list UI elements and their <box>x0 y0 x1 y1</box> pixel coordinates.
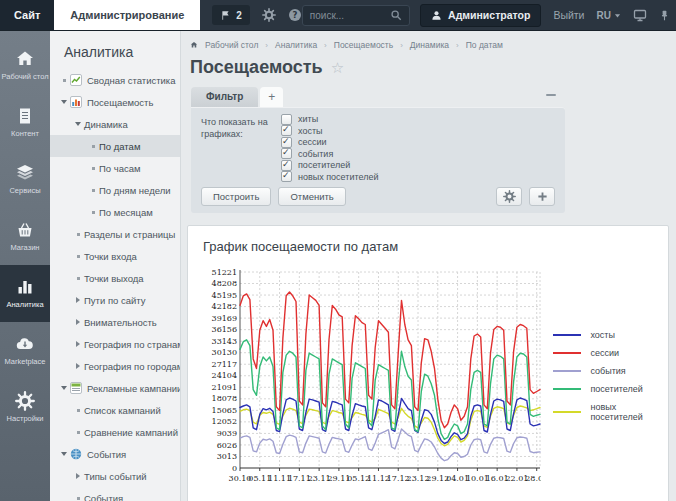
menu-item-campaign-list[interactable]: Список кампаний <box>50 399 180 421</box>
rail-item-desktop[interactable]: Рабочий стол <box>0 37 50 94</box>
add-filter-field-button[interactable] <box>529 187 555 206</box>
legend-item-sessions: сессии <box>553 348 668 358</box>
search-input[interactable]: поиск... <box>302 5 410 26</box>
layers-icon <box>15 163 35 183</box>
legend-swatch <box>553 334 581 336</box>
rail-item-shop[interactable]: Магазин <box>0 208 50 265</box>
menu-item-summary-stats[interactable]: Сводная статистика <box>50 69 180 91</box>
rail-item-services[interactable]: Сервисы <box>0 151 50 208</box>
breadcrumb-separator: › <box>324 41 327 50</box>
legend-swatch <box>553 370 581 372</box>
checkbox-events[interactable] <box>281 148 292 159</box>
bullet-icon <box>72 277 84 280</box>
svg-text:27117: 27117 <box>212 360 237 369</box>
menu-item-label: Точки выхода <box>84 273 144 284</box>
menu-item-label: Список кампаний <box>84 405 161 416</box>
help-icon[interactable]: ? <box>288 8 302 22</box>
checkbox-new-visitors[interactable] <box>281 171 292 182</box>
favorite-star-icon[interactable]: ☆ <box>331 59 344 77</box>
filter-tab[interactable]: Фильтр <box>191 87 258 107</box>
plus-icon <box>537 191 548 202</box>
cloud-icon <box>15 334 35 354</box>
menu-item-by-months[interactable]: По месяцам <box>50 201 180 223</box>
admin-window: Сайт Администрирование 2 ? поиск... Адми… <box>0 0 676 501</box>
menu-item-label: События <box>87 449 126 460</box>
admin-tab[interactable]: Администрирование <box>54 0 200 30</box>
menu-item-events-group[interactable]: События <box>50 443 180 465</box>
menu-item-ad-campaigns[interactable]: Рекламные кампании <box>50 377 180 399</box>
checkbox-row-visitors[interactable]: посетителей <box>281 160 378 171</box>
breadcrumb-item[interactable]: Рабочий стол <box>205 40 258 50</box>
chevron-right-icon <box>72 297 84 303</box>
checkbox-hosts[interactable] <box>281 125 292 136</box>
legend-item-visitors: посетителей <box>553 384 668 394</box>
breadcrumb-item[interactable]: Посещаемость <box>334 40 393 50</box>
checkbox-sessions[interactable] <box>281 137 292 148</box>
analytics-menu: Аналитика Сводная статистикаПосещаемость… <box>50 31 181 501</box>
rail-item-label: Настройки <box>7 414 44 423</box>
menu-item-label: Сводная статистика <box>87 75 176 86</box>
checkbox-row-events[interactable]: события <box>281 149 378 160</box>
menu-item-label: События <box>84 493 123 501</box>
breadcrumb-item[interactable]: По датам <box>466 40 503 50</box>
breadcrumb-item[interactable]: Динамика <box>410 40 449 50</box>
menu-item-by-weekdays[interactable]: По дням недели <box>50 179 180 201</box>
notifications-button[interactable]: 2 <box>212 5 250 25</box>
build-button[interactable]: Построить <box>201 187 271 206</box>
rail-item-settings[interactable]: Настройки <box>0 379 50 436</box>
rail-item-label: Контент <box>11 129 39 138</box>
bullet-icon <box>58 79 70 82</box>
gear-icon[interactable] <box>262 8 276 22</box>
language-selector[interactable]: RU <box>596 10 620 21</box>
checkbox-row-new-visitors[interactable]: новых посетителей <box>281 172 378 183</box>
menu-item-by-hours[interactable]: По часам <box>50 157 180 179</box>
title-row: Посещаемость ☆ <box>190 57 669 78</box>
collapse-filter-button[interactable] <box>543 91 559 99</box>
bullet-icon <box>87 145 99 148</box>
menu-item-geo-countries[interactable]: География по странам <box>50 333 180 355</box>
add-filter-tab[interactable]: + <box>260 87 283 107</box>
checkbox-hits[interactable] <box>281 114 292 125</box>
bullet-icon <box>72 255 84 258</box>
menu-item-sections-pages[interactable]: Разделы и страницы <box>50 223 180 245</box>
menu-item-by-dates[interactable]: По датам <box>50 135 180 157</box>
filter-settings-button[interactable] <box>496 187 522 206</box>
menu-item-events[interactable]: События <box>50 487 180 501</box>
menu-item-exit-points[interactable]: Точки выхода <box>50 267 180 289</box>
menu-item-geo-cities[interactable]: География по городам <box>50 355 180 377</box>
breadcrumb-item[interactable]: Аналитика <box>275 40 317 50</box>
checkbox-row-hosts[interactable]: хосты <box>281 126 378 137</box>
chevron-down-icon <box>58 100 70 104</box>
rail-item-marketplace[interactable]: Marketplace <box>0 322 50 379</box>
monitor-icon[interactable] <box>633 8 647 22</box>
logout-link[interactable]: Выйти <box>553 9 584 21</box>
menu-item-attention[interactable]: Внимательность <box>50 311 180 333</box>
menu-item-entry-points[interactable]: Точки входа <box>50 245 180 267</box>
user-button[interactable]: Администратор <box>420 4 541 27</box>
rail-item-label: Рабочий стол <box>1 72 48 81</box>
menu-item-label: География по городам <box>84 361 181 372</box>
rail-item-analytics[interactable]: Аналитика <box>0 265 50 322</box>
checkbox-visitors[interactable] <box>281 160 292 171</box>
checkbox-row-sessions[interactable]: сессии <box>281 137 378 148</box>
menu-item-campaign-compare[interactable]: Сравнение кампаний <box>50 421 180 443</box>
breadcrumb-separator: › <box>456 41 459 50</box>
svg-text:33143: 33143 <box>212 337 237 346</box>
site-tab[interactable]: Сайт <box>0 0 54 30</box>
home-icon <box>190 41 198 49</box>
legend-swatch <box>553 411 581 413</box>
filter-label: Что показать на графиках: <box>201 114 281 182</box>
menu-item-site-paths[interactable]: Пути по сайту <box>50 289 180 311</box>
page-title: Посещаемость <box>190 57 323 78</box>
breadcrumb-separator: › <box>265 41 268 50</box>
menu-item-traffic[interactable]: Посещаемость <box>50 91 180 113</box>
legend-label: новых посетителей <box>590 402 668 422</box>
menu-item-dynamics[interactable]: Динамика <box>50 113 180 135</box>
cancel-button[interactable]: Отменить <box>278 187 345 206</box>
chevron-down-icon <box>58 452 70 456</box>
pin-icon[interactable] <box>659 9 670 22</box>
rail-item-content[interactable]: Контент <box>0 94 50 151</box>
svg-text:9039: 9039 <box>217 429 237 438</box>
menu-item-event-types[interactable]: Типы событий <box>50 465 180 487</box>
checkbox-row-hits[interactable]: хиты <box>281 114 378 125</box>
